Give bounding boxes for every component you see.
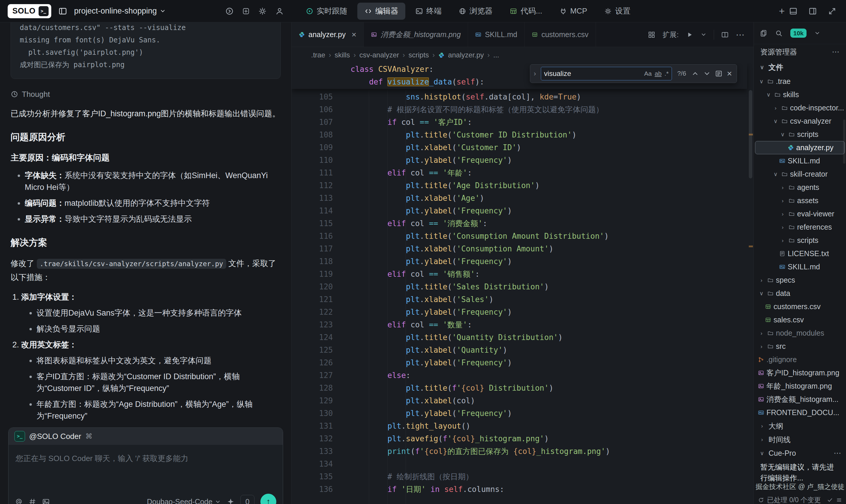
tree-file-analyzer.py[interactable]: analyzer.py xyxy=(755,141,845,154)
breadcrumb-item[interactable]: analyzer.py xyxy=(448,51,484,59)
explorer-more-icon[interactable]: ⋯ xyxy=(832,48,840,56)
tree-file-SKILL.md[interactable]: SKILL.md xyxy=(754,260,846,273)
new-workspace-tab-button[interactable]: + xyxy=(775,5,789,17)
cuepro-more-icon[interactable]: ⋯ xyxy=(834,449,841,458)
new-session-icon[interactable] xyxy=(242,7,250,15)
tree-folder-.trae[interactable]: ∨.trae xyxy=(754,75,846,88)
tree-folder-scripts[interactable]: ›scripts xyxy=(754,234,846,247)
tree-folder-code-inspector...[interactable]: ›code-inspector... xyxy=(754,101,846,114)
run-file-icon[interactable] xyxy=(686,31,693,39)
whole-word-icon[interactable]: ab xyxy=(655,70,662,77)
more-actions-icon[interactable]: ⋯ xyxy=(736,30,745,40)
tree-file-LICENSE.txt[interactable]: LICENSE.txt xyxy=(754,247,846,260)
account-icon[interactable] xyxy=(275,7,284,16)
folder-icon xyxy=(768,78,774,85)
tree-folder-data[interactable]: ∨data xyxy=(754,287,846,300)
copy-files-icon[interactable] xyxy=(760,30,768,37)
breadcrumb-item[interactable]: csv-analyzer xyxy=(359,51,399,59)
previous-match-icon[interactable] xyxy=(691,70,699,77)
breadcrumb-item[interactable]: .trae xyxy=(311,51,325,59)
project-selector[interactable]: project-online-shopping xyxy=(74,6,166,16)
editor-tab-消费金额_histogram.png[interactable]: 消费金额_histogram.png xyxy=(364,22,468,47)
close-tab-icon[interactable]: × xyxy=(351,30,356,39)
extensions-label[interactable]: 扩展: xyxy=(663,30,679,39)
tree-folder-skills[interactable]: ∨skills xyxy=(754,88,846,101)
tree-file-sales.csv[interactable]: sales.csv xyxy=(754,313,846,326)
toggle-replace-icon[interactable]: › xyxy=(533,70,537,78)
next-match-icon[interactable] xyxy=(703,70,711,77)
send-button[interactable]: ↑ xyxy=(260,494,276,504)
workspace-tab-终端[interactable]: 终端 xyxy=(408,3,448,20)
timeline-section[interactable]: › 时间线 xyxy=(754,433,846,446)
code-line: 111 elif col == '年龄': xyxy=(292,167,754,179)
toggle-panel-right-icon[interactable] xyxy=(808,7,817,16)
tree-file-客户ID_histogram.png[interactable]: 客户ID_histogram.png xyxy=(754,366,846,379)
thought-row[interactable]: Thought xyxy=(11,88,281,100)
find-in-selection-icon[interactable] xyxy=(715,70,723,77)
hash-icon[interactable] xyxy=(29,498,36,504)
search-icon[interactable] xyxy=(775,30,783,37)
settings-gear-icon[interactable] xyxy=(258,7,267,16)
explorer-scrollbar[interactable] xyxy=(843,120,845,164)
tree-folder-eval-viewer[interactable]: ›eval-viewer xyxy=(754,207,846,220)
code-line: 136 if '日期' in self.columns: xyxy=(292,483,754,496)
accept-all-icon[interactable] xyxy=(827,497,833,503)
chevron-down-icon[interactable] xyxy=(814,30,821,36)
editor-tab-analyzer.py[interactable]: analyzer.py× xyxy=(292,22,364,47)
tree-file-FRONTEND_DOCU...[interactable]: FRONTEND_DOCU... xyxy=(754,406,846,419)
workspace-tab-编辑器[interactable]: 编辑器 xyxy=(357,3,405,20)
breadcrumb-item[interactable]: skills xyxy=(335,51,350,59)
editor-tab-SKILL.md[interactable]: SKILL.md xyxy=(468,22,525,47)
tree-folder-skill-creator[interactable]: ∨skill-creator xyxy=(754,167,846,181)
workspace-tab-代码...[interactable]: 代码... xyxy=(503,3,549,20)
code-editor[interactable]: 105 sns.histplot(self.data[col], kde=Tru… xyxy=(292,63,754,504)
toggle-panel-bottom-icon[interactable] xyxy=(789,7,798,16)
context-usage-badge[interactable]: 10k xyxy=(790,29,807,38)
solo-logo[interactable]: SOLO >_ xyxy=(8,4,51,18)
chat-placeholder[interactable]: 您正在与 SOLO Coder 聊天，输入 '/' 获取更多能力 xyxy=(8,445,283,472)
chevron-collapsed-icon: › xyxy=(779,198,786,204)
workspace-tab-设置[interactable]: 设置 xyxy=(597,3,637,20)
editor-tab-label: 消费金额_histogram.png xyxy=(381,30,461,39)
tree-folder-csv-analyzer[interactable]: ∨csv-analyzer xyxy=(754,114,846,128)
model-selector[interactable]: Doubao-Seed-Code xyxy=(147,496,221,504)
attach-image-icon[interactable] xyxy=(42,498,50,504)
tree-folder-agents[interactable]: ›agents xyxy=(754,181,846,194)
close-find-icon[interactable]: × xyxy=(727,69,732,78)
tree-file-SKILL.md[interactable]: SKILL.md xyxy=(754,154,846,167)
tree-file-customers.csv[interactable]: customers.csv xyxy=(754,300,846,313)
tree-file-消费金额_histogram...[interactable]: 消费金额_histogram... xyxy=(754,393,846,406)
files-section-header[interactable]: ∨ 文件 xyxy=(754,59,846,75)
split-editor-icon[interactable] xyxy=(721,31,729,39)
tree-folder-assets[interactable]: ›assets xyxy=(754,194,846,207)
run-options-chevron-icon[interactable] xyxy=(701,32,707,38)
tree-item-label: scripts xyxy=(797,130,818,139)
list-icon[interactable] xyxy=(836,497,842,503)
tree-folder-specs[interactable]: ›specs xyxy=(754,273,846,287)
search-input[interactable] xyxy=(544,70,641,78)
tree-folder-node_modules[interactable]: ›node_modules xyxy=(754,326,846,340)
workspace-tab-浏览器[interactable]: 浏览器 xyxy=(452,3,499,20)
outline-section[interactable]: › 大纲 xyxy=(754,419,846,433)
toggle-sidebar-icon[interactable] xyxy=(58,7,67,16)
refresh-icon[interactable] xyxy=(758,497,764,503)
tree-file-年龄_histogram.png[interactable]: 年龄_histogram.png xyxy=(754,379,846,393)
workspace-tab-实时跟随[interactable]: 实时跟随 xyxy=(299,3,354,20)
match-case-icon[interactable]: Aa xyxy=(644,70,652,77)
workspace-tab-MCP[interactable]: MCP xyxy=(552,3,595,20)
find-widget: › Aa ab .* ?/6 × xyxy=(530,64,737,83)
tree-file-.gitignore[interactable]: .gitignore xyxy=(754,353,846,366)
run-solo-icon[interactable] xyxy=(225,7,234,16)
restore-window-icon[interactable] xyxy=(828,7,836,16)
tree-folder-src[interactable]: ›src xyxy=(754,340,846,353)
extensions-grid-icon[interactable] xyxy=(648,31,655,39)
regex-icon[interactable]: .* xyxy=(665,70,669,77)
breadcrumb-item[interactable]: ... xyxy=(493,51,499,59)
tree-folder-scripts[interactable]: ∨scripts xyxy=(754,128,846,141)
editor-tab-customers.csv[interactable]: customers.csv xyxy=(525,22,596,47)
cuepro-section[interactable]: ∨ Cue-Pro ⋯ xyxy=(754,446,846,460)
breadcrumb-item[interactable]: scripts xyxy=(409,51,429,59)
sparkle-icon[interactable] xyxy=(227,498,234,504)
mention-icon[interactable] xyxy=(15,498,23,504)
tree-folder-references[interactable]: ›references xyxy=(754,220,846,234)
